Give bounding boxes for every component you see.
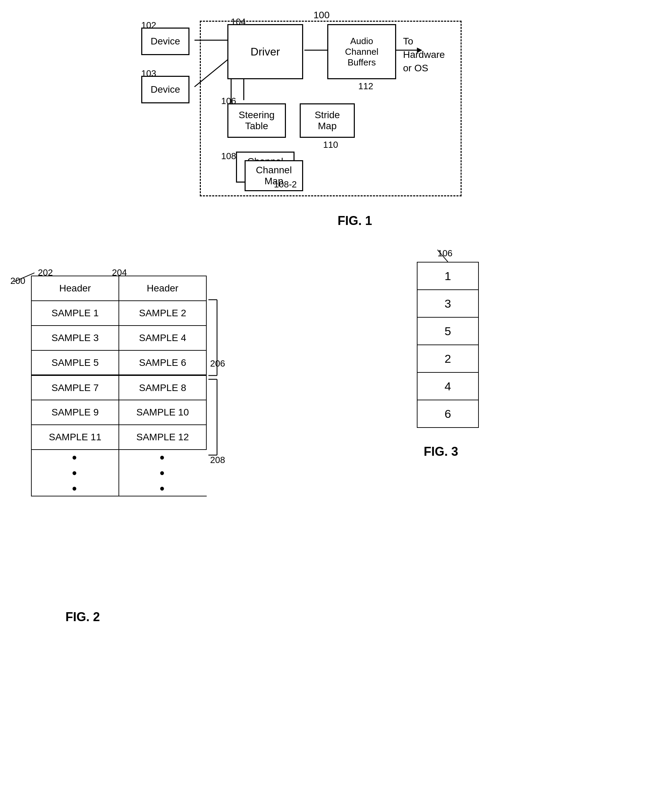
fig2-label-206: 206: [210, 358, 225, 369]
label-100: 100: [313, 10, 330, 21]
cell-s8: SAMPLE 8: [119, 375, 206, 400]
label-hardware: To Hardware or OS: [403, 34, 445, 75]
box-device-103: Device: [141, 76, 189, 103]
fig3-table: 1 3 5 2 4 6: [417, 262, 479, 428]
label-110: 110: [323, 139, 338, 150]
driver-label: Driver: [250, 46, 280, 58]
cell-s5: SAMPLE 5: [31, 350, 119, 375]
fig3-cell-1: 1: [417, 262, 478, 290]
table-row: 2: [417, 345, 478, 372]
cell-s6: SAMPLE 6: [119, 350, 206, 375]
box-audio: Audio Channel Buffers: [327, 24, 396, 79]
stride-label: Stride Map: [315, 110, 340, 131]
table-row: SAMPLE 1 SAMPLE 2: [31, 301, 206, 325]
table-row: SAMPLE 5 SAMPLE 6: [31, 350, 206, 375]
box-stride: Stride Map: [300, 103, 355, 138]
label-108-2: 108-2: [274, 179, 297, 190]
fig3-cell-5: 5: [417, 317, 478, 345]
fig3-container: 106 1 3 5 2: [396, 248, 534, 472]
cell-header-2: Header: [119, 276, 206, 301]
table-row: 1: [417, 262, 478, 290]
table-row: Header Header: [31, 276, 206, 301]
cell-header-1: Header: [31, 276, 119, 301]
table-row: 3: [417, 290, 478, 317]
box-steering: Steering Table: [228, 103, 286, 138]
fig3-cell-3: 3: [417, 290, 478, 317]
fig2-table: Header Header SAMPLE 1 SAMPLE 2 SAMPLE 3…: [31, 276, 207, 496]
fig2-bracket-208: [207, 378, 228, 457]
fig3-cell-4: 4: [417, 372, 478, 400]
dots-col1: •••: [31, 450, 119, 496]
table-row-dots: ••• •••: [31, 450, 206, 496]
cell-s10: SAMPLE 10: [119, 400, 206, 425]
cell-s12: SAMPLE 12: [119, 425, 206, 450]
table-row: 4: [417, 372, 478, 400]
table-row: SAMPLE 7 SAMPLE 8: [31, 375, 206, 400]
cell-s2: SAMPLE 2: [119, 301, 206, 325]
table-row: 6: [417, 400, 478, 427]
fig1-diagram: 100 102 Device 103 Device 104 Driver Aud…: [131, 7, 510, 207]
fig2-table-wrapper: Header Header SAMPLE 1 SAMPLE 2 SAMPLE 3…: [31, 276, 207, 496]
fig3-cell-2: 2: [417, 345, 478, 372]
svg-line-16: [437, 250, 448, 262]
fig3-cell-6: 6: [417, 400, 478, 427]
fig1-caption: FIG. 1: [10, 214, 631, 228]
table-row: 5: [417, 317, 478, 345]
fig1-container: 100 102 Device 103 Device 104 Driver Aud…: [10, 7, 631, 228]
table-row: SAMPLE 9 SAMPLE 10: [31, 400, 206, 425]
cell-s3: SAMPLE 3: [31, 325, 119, 350]
box-driver: Driver: [228, 24, 303, 79]
table-row: SAMPLE 11 SAMPLE 12: [31, 425, 206, 450]
fig2-container: 200 202 204 Header Header SAMPLE 1 SAMP: [10, 248, 321, 627]
label-112: 112: [358, 81, 373, 92]
cell-s11: SAMPLE 11: [31, 425, 119, 450]
box-device-102: Device: [141, 27, 189, 55]
fig2-caption: FIG. 2: [66, 610, 100, 624]
fig3-caption: FIG. 3: [424, 444, 458, 459]
cell-s4: SAMPLE 4: [119, 325, 206, 350]
cell-s1: SAMPLE 1: [31, 301, 119, 325]
table-row: SAMPLE 3 SAMPLE 4: [31, 325, 206, 350]
dots-col2: •••: [119, 450, 206, 496]
steering-label: Steering Table: [239, 110, 275, 131]
cell-s7: SAMPLE 7: [31, 375, 119, 400]
device-103-label: Device: [151, 84, 180, 95]
fig3-table-wrapper: 1 3 5 2 4 6: [417, 262, 479, 428]
fig2-label-208: 208: [210, 455, 225, 466]
device-102-label: Device: [151, 36, 180, 47]
fig3-tick-line: [417, 248, 451, 264]
cell-s9: SAMPLE 9: [31, 400, 119, 425]
audio-label: Audio Channel Buffers: [345, 36, 379, 68]
